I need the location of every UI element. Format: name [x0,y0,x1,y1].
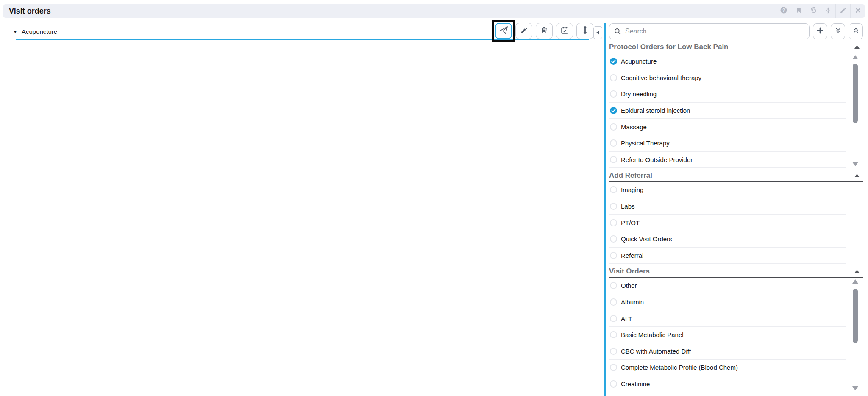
list-item-label: Cognitive behavioral therapy [621,74,701,81]
list-item-label: Labs [621,203,635,210]
pencil-icon [520,26,528,36]
list-item[interactable]: Complete Metabolic Profile (Blood Chem) [609,360,846,376]
resize-order-button[interactable] [576,23,593,39]
section-header-protocol-orders[interactable]: Protocol Orders for Low Back Pain [609,41,863,53]
bookmark-button[interactable] [791,4,806,18]
list-item-label: PT/OT [621,219,640,226]
list-item[interactable]: PT/OT [609,215,846,231]
list-item[interactable]: Referral [609,248,846,264]
scroll-up-icon[interactable] [852,279,858,284]
list-item[interactable]: Quick Visit Orders [609,231,846,248]
panel-collapse-handle[interactable] [593,26,602,39]
add-order-button[interactable] [813,23,827,39]
list-item-label: ALT [621,315,632,322]
pencil-icon [840,7,847,16]
order-actions-toolbar [495,23,593,39]
radio-icon [610,123,617,131]
visit-order-entry[interactable]: • Acupuncture [14,26,57,36]
collapse-section-icon[interactable] [854,270,860,273]
resize-vertical-icon [582,25,588,36]
close-icon [855,7,861,15]
list-item-label: Massage [621,123,647,131]
svg-text:?: ? [782,8,785,13]
trash-icon [540,26,548,36]
search-input[interactable] [609,23,810,39]
book-button[interactable] [806,4,821,18]
scroll-down-icon[interactable] [852,386,858,390]
list-item[interactable]: Refer to Outside Provider [609,152,846,168]
double-chevron-up-icon [852,27,860,36]
radio-icon [610,331,617,338]
list-item-label: Physical Therapy [621,139,670,147]
help-button[interactable]: ? [776,4,791,18]
protocol-orders-list: Acupuncture Cognitive behavioral therapy… [609,53,863,168]
list-item[interactable]: Physical Therapy [609,135,846,152]
scroll-thumb[interactable] [853,64,858,123]
list-item-label: CBC with Automated Diff [621,348,691,355]
list-item[interactable]: Creatinine [609,376,846,393]
list-item[interactable]: Imaging [609,182,846,198]
list-item[interactable]: Basic Metabolic Panel [609,327,846,343]
visit-order-label: Acupuncture [22,28,57,35]
add-referral-list: Imaging Labs PT/OT Quick Visit Orders Re… [609,182,863,264]
list-item[interactable]: Epidural steroid injection [609,103,846,119]
list-scrollbar[interactable] [852,55,859,166]
radio-icon [610,74,617,81]
list-item-label: Refer to Outside Provider [621,156,693,163]
collapse-section-icon[interactable] [854,45,860,49]
delete-order-button[interactable] [536,23,553,39]
expand-all-button[interactable] [831,23,845,39]
list-item[interactable]: Labs [609,198,846,215]
radio-icon [610,203,617,210]
list-item[interactable]: Albumin [609,294,846,311]
list-item[interactable]: Cognitive behavioral therapy [609,70,846,86]
scroll-down-icon[interactable] [852,162,858,166]
section-header-add-referral[interactable]: Add Referral [609,170,863,182]
radio-icon [610,315,617,322]
radio-icon [610,235,617,243]
radio-icon [610,282,617,289]
list-scrollbar[interactable] [852,279,859,390]
schedule-order-button[interactable] [556,23,573,39]
collapse-all-button[interactable] [849,23,863,39]
radio-icon [610,58,617,65]
title-bar: Visit orders ? [3,4,865,18]
list-item[interactable]: Massage [609,119,846,135]
microphone-button[interactable] [821,4,835,18]
list-item-label: Dry needling [621,90,657,98]
help-icon: ? [780,6,787,16]
send-button[interactable] [495,23,512,39]
list-item-label: Basic Metabolic Panel [621,331,684,338]
close-button[interactable] [850,4,865,18]
radio-icon [610,219,617,226]
list-item[interactable]: ALT [609,310,846,327]
list-item[interactable]: Dry needling [609,86,846,103]
scroll-thumb[interactable] [853,289,858,343]
list-item[interactable]: Other [609,278,846,294]
radio-icon [610,380,617,388]
send-icon [499,25,509,37]
list-item-label: Other [621,282,637,289]
list-item[interactable]: CBC with Automated Diff [609,343,846,360]
list-item-label: Referral [621,252,643,259]
section-header-visit-orders[interactable]: Visit Orders [609,265,863,278]
list-item-label: Complete Metabolic Profile (Blood Chem) [621,364,738,371]
collapse-section-icon[interactable] [854,174,860,177]
double-chevron-down-icon [834,27,842,36]
bullet-icon: • [14,28,17,35]
radio-icon [610,90,617,98]
chevron-left-icon [596,31,599,35]
scroll-up-icon[interactable] [852,55,858,59]
radio-icon [610,298,617,306]
section-title: Protocol Orders for Low Back Pain [609,43,729,51]
radio-icon [610,348,617,355]
edit-order-button[interactable] [515,23,532,39]
radio-icon [610,156,617,163]
edit-button[interactable] [835,4,850,18]
section-title: Add Referral [609,171,652,180]
bookmark-icon [796,7,802,16]
plus-icon [816,26,824,36]
list-item[interactable]: Acupuncture [609,53,846,70]
radio-icon [610,364,617,371]
panel-toolbar [609,23,863,39]
